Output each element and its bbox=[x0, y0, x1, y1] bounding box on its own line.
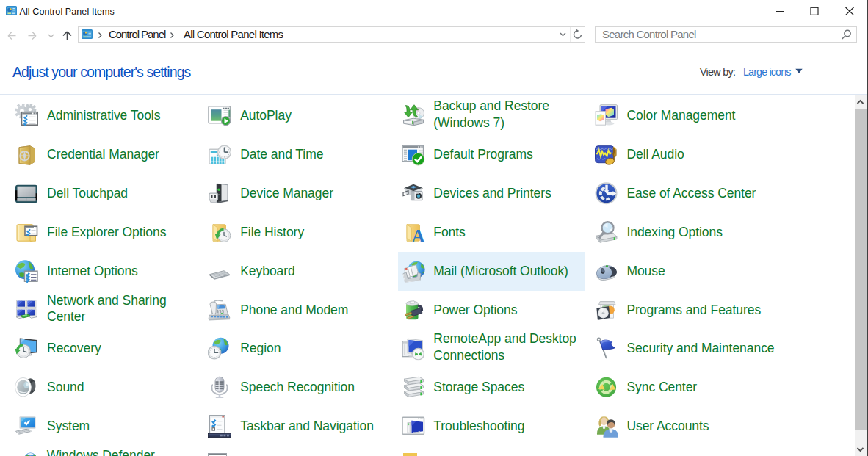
svg-text:A: A bbox=[411, 226, 424, 244]
